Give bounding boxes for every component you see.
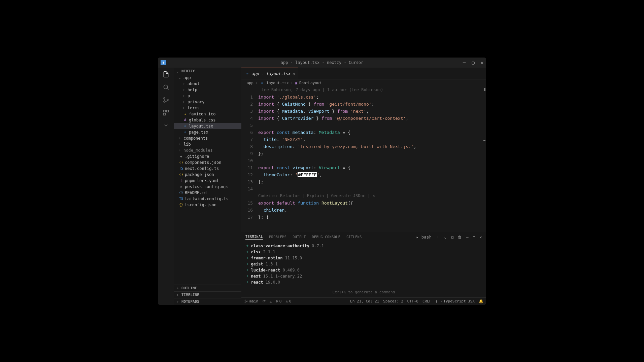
- file-favicon[interactable]: ★favicon.ico: [174, 111, 241, 117]
- tab-label: app - layout.tsx: [251, 71, 291, 76]
- shell-indicator[interactable]: ▸ bash: [416, 235, 432, 240]
- file-globals-css[interactable]: #globals.css: [174, 117, 241, 123]
- breadcrumb[interactable]: app › ⚛ layout.tsx › ▣ RootLayout: [241, 79, 486, 86]
- eol-indicator[interactable]: CRLF: [422, 299, 432, 303]
- app-logo-icon: ▮: [161, 60, 166, 65]
- tab-problems[interactable]: PROBLEMS: [269, 235, 286, 239]
- warning-count[interactable]: ⚠ 0: [285, 299, 291, 303]
- terminal-hint: Ctrl+K to generate a command: [333, 289, 395, 295]
- minimize-icon[interactable]: ─: [463, 60, 466, 65]
- folder-components[interactable]: ›components: [174, 135, 241, 141]
- svg-point-7: [245, 300, 245, 300]
- svg-rect-5: [167, 110, 169, 112]
- window-title: app - layout.tsx - nextzy - Cursor: [281, 60, 364, 65]
- activity-bar: [158, 68, 174, 305]
- file-pnpm-lock[interactable]: !pnpm-lock.yaml: [174, 178, 241, 184]
- project-header[interactable]: ⌄NEXTZY: [174, 68, 241, 75]
- chevron-down-icon[interactable]: ⌄: [444, 235, 447, 240]
- codeium-lens[interactable]: Codeium: Refactor | Explain | Generate J…: [258, 192, 375, 200]
- search-icon[interactable]: [162, 83, 170, 91]
- bell-icon[interactable]: 🔔: [479, 299, 483, 303]
- terminal-body[interactable]: + class-variance-authority 0.7.1 + clsx …: [241, 242, 486, 297]
- indent-indicator[interactable]: Spaces: 2: [383, 299, 403, 303]
- git-blame-lens[interactable]: Lee Robinson, 7 days ago | 1 author (Lee…: [241, 86, 486, 94]
- more-icon[interactable]: ⋯: [466, 235, 469, 240]
- file-tailwind-config[interactable]: TStailwind.config.ts: [174, 196, 241, 202]
- file-layout-tsx[interactable]: ⚛layout.tsx: [174, 123, 241, 129]
- explorer-icon[interactable]: [162, 70, 170, 78]
- minimap-indicator: [483, 140, 485, 141]
- panel: TERMINAL PROBLEMS OUTPUT DEBUG CONSOLE G…: [241, 232, 486, 297]
- react-icon: ⚛: [260, 81, 265, 85]
- folder-lib[interactable]: ›lib: [174, 141, 241, 147]
- branch-indicator[interactable]: main: [244, 299, 259, 303]
- source-control-icon[interactable]: [162, 96, 170, 104]
- trash-icon[interactable]: 🗑: [458, 235, 462, 240]
- file-components-json[interactable]: {}components.json: [174, 159, 241, 166]
- symbol-icon: ▣: [295, 81, 297, 85]
- folder-terms[interactable]: ›terms: [174, 105, 241, 111]
- breadcrumb-app[interactable]: app: [247, 81, 253, 85]
- svg-point-2: [164, 101, 165, 102]
- tab-close-icon[interactable]: ✕: [293, 71, 295, 76]
- folder-help[interactable]: ›help: [174, 87, 241, 93]
- sidebar: ⌄NEXTZY ⌄app ›about ›help ›p ›privacy ›t…: [174, 68, 241, 305]
- svg-rect-4: [164, 110, 166, 112]
- chevron-up-icon[interactable]: ⌃: [473, 235, 476, 240]
- file-page-tsx[interactable]: ⚛page.tsx: [174, 129, 241, 135]
- sync-icon[interactable]: ⟳: [263, 299, 266, 303]
- svg-point-1: [164, 97, 165, 99]
- svg-point-8: [245, 302, 245, 302]
- titlebar[interactable]: ▮ app - layout.tsx - nextzy - Cursor ─ ▢…: [158, 58, 486, 68]
- close-icon[interactable]: ✕: [481, 60, 483, 65]
- minimap-indicator: [484, 88, 485, 91]
- file-readme[interactable]: ⓘREADME.md: [174, 190, 241, 196]
- folder-privacy[interactable]: ›privacy: [174, 99, 241, 105]
- folder-node-modules[interactable]: ›node_modules: [174, 147, 241, 153]
- react-icon: ⚛: [245, 72, 249, 75]
- new-terminal-icon[interactable]: ＋: [436, 234, 440, 240]
- file-postcss-config[interactable]: ⚙postcss.config.mjs: [174, 184, 241, 190]
- tab-row: ⚛ app - layout.tsx ✕: [241, 68, 486, 79]
- file-next-config[interactable]: TSnext.config.ts: [174, 166, 241, 172]
- editor-window: ▮ app - layout.tsx - nextzy - Cursor ─ ▢…: [158, 58, 486, 305]
- tab-debug-console[interactable]: DEBUG CONSOLE: [312, 235, 340, 239]
- encoding-indicator[interactable]: UTF-8: [407, 299, 418, 303]
- cursor-position[interactable]: Ln 21, Col 21: [350, 299, 379, 303]
- file-tsconfig[interactable]: {}tsconfig.json: [174, 202, 241, 208]
- extensions-icon[interactable]: [162, 109, 170, 117]
- tab-terminal[interactable]: TERMINAL: [245, 235, 263, 240]
- timeline-section[interactable]: ›TIMELINE: [174, 291, 241, 298]
- statusbar: main ⟳ ☁ ⊘ 0 ⚠ 0 Ln 21, Col 21 Spaces: 2…: [241, 297, 486, 305]
- breadcrumb-symbol[interactable]: RootLayout: [299, 81, 321, 85]
- error-count[interactable]: ⊘ 0: [276, 299, 281, 303]
- svg-point-3: [167, 99, 168, 100]
- close-panel-icon[interactable]: ✕: [479, 235, 482, 240]
- svg-point-9: [247, 301, 247, 301]
- svg-rect-6: [164, 113, 166, 115]
- tab-gitlens[interactable]: GITLENS: [346, 235, 362, 239]
- outline-section[interactable]: ›OUTLINE: [174, 285, 241, 291]
- editor[interactable]: Lee Robinson, 7 days ago | 1 author (Lee…: [241, 86, 486, 232]
- folder-about[interactable]: ›about: [174, 81, 241, 87]
- file-gitignore[interactable]: ◆.gitignore: [174, 153, 241, 159]
- chevron-down-icon[interactable]: [162, 121, 170, 130]
- breadcrumb-file[interactable]: layout.tsx: [267, 81, 289, 85]
- language-indicator[interactable]: { } TypeScript JSX: [435, 299, 475, 303]
- split-terminal-icon[interactable]: ⧉: [451, 235, 454, 240]
- file-package-json[interactable]: {}package.json: [174, 172, 241, 178]
- maximize-icon[interactable]: ▢: [472, 60, 474, 65]
- folder-p[interactable]: ›p: [174, 93, 241, 99]
- tab-output[interactable]: OUTPUT: [293, 235, 306, 239]
- notepads-section[interactable]: ›NOTEPADS: [174, 298, 241, 305]
- svg-point-0: [164, 85, 168, 89]
- folder-app[interactable]: ⌄app: [174, 75, 241, 81]
- cloud-icon[interactable]: ☁: [270, 299, 272, 303]
- tab-layout-tsx[interactable]: ⚛ app - layout.tsx ✕: [241, 68, 298, 79]
